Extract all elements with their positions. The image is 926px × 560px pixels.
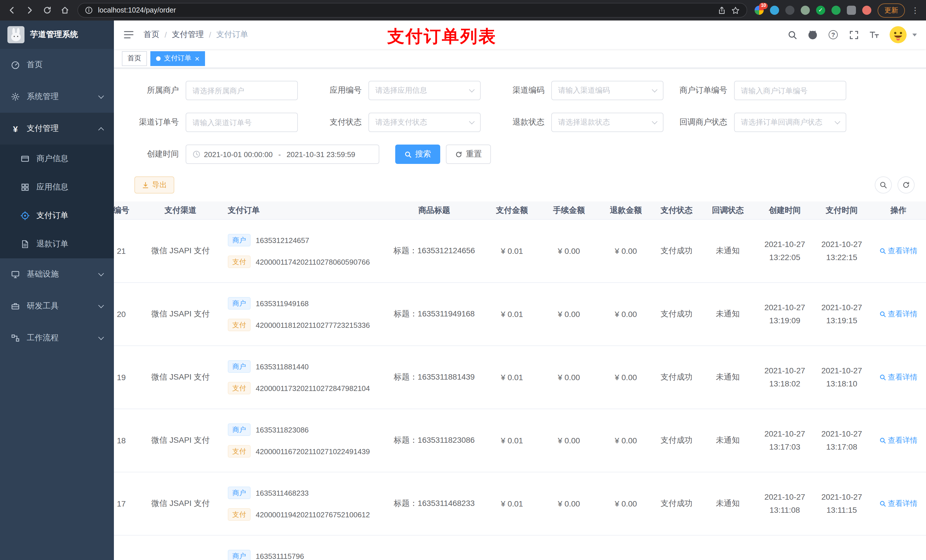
pay-time-cell: 2021-10-2713:18:10: [813, 346, 871, 409]
view-detail-link[interactable]: 查看详情: [879, 372, 917, 382]
browser-update-button[interactable]: 更新: [878, 3, 905, 17]
action-cell: 查看详情: [871, 346, 926, 409]
merchant-order-no-input[interactable]: [734, 81, 846, 100]
browser-profile-avatar[interactable]: [862, 6, 872, 15]
breadcrumb-pay[interactable]: 支付管理: [172, 30, 204, 40]
refresh-table-button[interactable]: [897, 177, 915, 193]
channel-order-no-input[interactable]: [186, 113, 298, 132]
search-button[interactable]: 搜索: [395, 145, 440, 164]
back-icon[interactable]: [7, 5, 17, 15]
refund-status-select[interactable]: 请选择退款状态: [551, 113, 663, 132]
date-range-picker[interactable]: 2021-10-01 00:00:00 - 2021-10-31 23:59:5…: [186, 145, 379, 164]
chevron-down-icon: [98, 270, 104, 276]
action-cell: 查看详情: [871, 283, 926, 346]
chevron-up-icon: [98, 127, 104, 133]
action-cell: 查看详情: [871, 220, 926, 282]
extension-icons: 10 ✓ 更新 ⋮: [755, 3, 919, 17]
hamburger-icon[interactable]: [123, 29, 135, 41]
share-icon[interactable]: [717, 6, 726, 15]
chevron-down-icon: [835, 118, 840, 124]
font-size-icon[interactable]: [869, 30, 879, 40]
breadcrumb-home[interactable]: 首页: [144, 30, 159, 40]
pay-amount: ¥ 0.01: [484, 220, 540, 282]
merchant-input[interactable]: [186, 81, 298, 100]
extension-icon-green[interactable]: [831, 6, 841, 15]
sidebar-item-devtools[interactable]: 研发工具: [0, 290, 114, 322]
create-time-cell: 2021-10-2713:18:02: [757, 346, 813, 409]
view-detail-link[interactable]: 查看详情: [879, 498, 917, 509]
pay-date: 2021-10-27: [821, 491, 862, 504]
sidebar-item-label: 首页: [27, 60, 103, 70]
sidebar-item-label: 系统管理: [27, 92, 92, 102]
forward-icon[interactable]: [24, 5, 35, 15]
sidebar-item-home[interactable]: 首页: [0, 49, 114, 81]
fullscreen-icon[interactable]: [849, 30, 859, 40]
tab-close-icon[interactable]: ×: [195, 54, 199, 62]
reset-button[interactable]: 重置: [446, 145, 491, 164]
extensions-puzzle-icon[interactable]: [847, 6, 856, 15]
sidebar-item-pay-order[interactable]: 支付订单: [0, 201, 114, 230]
tab-home[interactable]: 首页: [122, 51, 147, 66]
extension-icon-blue[interactable]: [770, 6, 779, 15]
goods-title: 标题：1635311881439: [385, 346, 484, 409]
channel-code-select[interactable]: 请输入渠道编码: [551, 81, 663, 100]
filter-row-3: 创建时间 2021-10-01 00:00:00 - 2021-10-31 23…: [114, 145, 926, 164]
address-bar[interactable]: localhost:1024/pay/order: [77, 3, 747, 18]
view-detail-link[interactable]: 查看详情: [879, 309, 917, 319]
aim-icon: [21, 211, 30, 220]
merchant-order-no-field[interactable]: [741, 86, 840, 95]
pay-time: 13:22:15: [826, 251, 857, 264]
chevron-down-icon: [469, 118, 475, 124]
user-avatar[interactable]: [890, 26, 906, 43]
sidebar-item-refund-order[interactable]: 退款订单: [0, 230, 114, 258]
header-actions: ?: [787, 26, 917, 43]
sidebar-item-merchant-info[interactable]: 商户信息: [0, 145, 114, 173]
order-id: 17: [114, 472, 142, 535]
col-pay-time: 支付时间: [813, 201, 871, 219]
refund-amount: ¥ 0.00: [598, 346, 654, 409]
sidebar-item-pay[interactable]: ¥ 支付管理: [0, 113, 114, 145]
tab-pay-order[interactable]: 支付订单 ×: [150, 51, 205, 66]
fee-amount: ¥ 0.00: [540, 346, 598, 409]
extension-icon-colorful[interactable]: 10: [755, 6, 764, 15]
pay-status: 支付成功: [654, 283, 699, 346]
bookmark-star-icon[interactable]: [731, 6, 740, 15]
sidebar-item-system[interactable]: 系统管理: [0, 81, 114, 113]
github-icon[interactable]: [808, 30, 818, 40]
extension-icon-green-check[interactable]: ✓: [816, 6, 825, 15]
extension-icon-sage[interactable]: [801, 6, 810, 15]
pay-order-cell: 商户163531115796: [219, 536, 385, 560]
hide-search-button[interactable]: [875, 177, 892, 193]
filter-create-time: 创建时间 2021-10-01 00:00:00 - 2021-10-31 23…: [123, 145, 379, 164]
app-logo[interactable]: 芋道管理系统: [0, 21, 114, 49]
site-info-icon[interactable]: [85, 6, 93, 14]
toolbox-icon: [11, 302, 20, 311]
sidebar-item-app-info[interactable]: 应用信息: [0, 173, 114, 201]
caret-down-icon[interactable]: [912, 33, 917, 36]
help-icon[interactable]: ?: [828, 30, 838, 40]
pay-date: 2021-10-27: [821, 301, 862, 314]
export-button[interactable]: 导出: [135, 177, 174, 193]
channel-order-no-field[interactable]: [192, 118, 291, 127]
filter-channel-order-no: 渠道订单号: [123, 113, 298, 132]
col-amount: 支付金额: [484, 201, 540, 219]
extension-icon-dark[interactable]: [785, 6, 794, 15]
home-icon[interactable]: [60, 5, 70, 15]
notify-status-select[interactable]: 请选择订单回调商户状态: [734, 113, 846, 132]
refresh-icon[interactable]: [42, 5, 52, 15]
sidebar-item-infra[interactable]: 基础设施: [0, 258, 114, 290]
table-row: 21 微信 JSAPI 支付 商户1635312124657 支付4200001…: [114, 220, 926, 283]
view-detail-link[interactable]: 查看详情: [879, 246, 917, 256]
app-id-select[interactable]: 请选择应用信息: [368, 81, 481, 100]
merchant-input-field[interactable]: [192, 86, 291, 95]
view-detail-label: 查看详情: [888, 498, 917, 509]
logo-image: [8, 26, 24, 43]
search-icon[interactable]: [787, 30, 797, 40]
view-detail-link[interactable]: 查看详情: [879, 435, 917, 445]
pay-status-select[interactable]: 请选择支付状态: [368, 113, 481, 132]
pay-channel: 微信 JSAPI 支付: [142, 220, 219, 282]
sidebar-item-workflow[interactable]: 工作流程: [0, 322, 114, 354]
notify-status: 未通知: [699, 409, 757, 472]
browser-menu-icon[interactable]: ⋮: [911, 6, 919, 14]
pay-time-cell: 2021-10-2713:17:08: [813, 409, 871, 472]
